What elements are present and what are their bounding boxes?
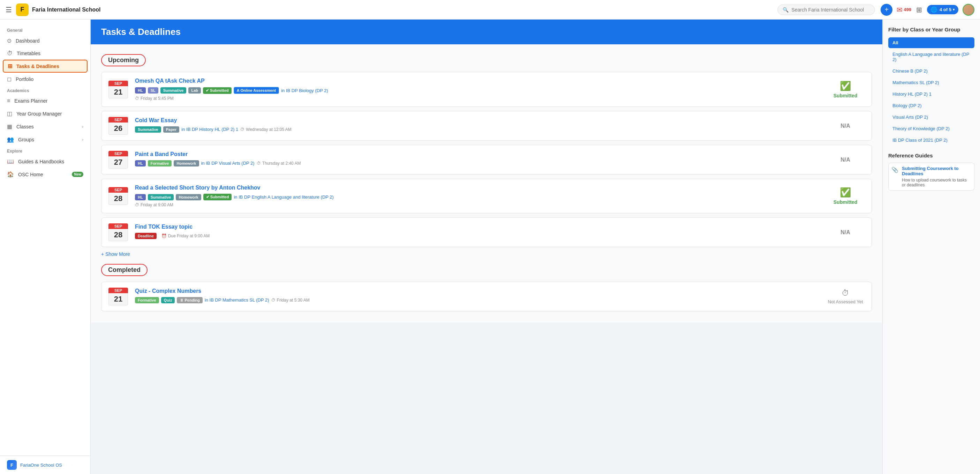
completed-label: Completed [101, 264, 148, 276]
tag-homework: Homework [174, 160, 199, 166]
clock-icon: ⏱ [257, 161, 261, 166]
ref-guide-link[interactable]: Submitting Coursework to Deadlines [902, 166, 971, 176]
tasks-icon: ⊞ [8, 63, 12, 69]
dashboard-icon: ⊙ [7, 37, 11, 44]
alarm-icon: ⏰ [161, 233, 167, 238]
task-title[interactable]: Paint a Band Poster [135, 151, 826, 157]
filter-item-biology[interactable]: Biology (DP 2) [888, 100, 974, 111]
sidebar-item-dashboard[interactable]: ⊙ Dashboard [0, 34, 90, 47]
guides-icon: 📖 [7, 158, 14, 165]
sidebar-item-osc[interactable]: 🏠 OSC Home New [0, 168, 90, 181]
sidebar-item-label: Groups [18, 137, 34, 142]
task-status: ✅ Submitted [826, 81, 865, 99]
tag-online: A Online Assessment [234, 87, 279, 94]
upcoming-label: Upcoming [101, 54, 146, 66]
clock-circle-icon: ⏱ [842, 289, 849, 298]
portfolio-icon: ◻ [7, 76, 11, 82]
sidebar-item-groups[interactable]: 👥 Groups › [0, 133, 90, 146]
task-info: Find TOK Essay topic Deadline ⏰ Due Frid… [135, 224, 826, 241]
timetables-icon: ⏱ [7, 50, 13, 57]
groups-icon: 👥 [7, 136, 14, 143]
task-title[interactable]: Find TOK Essay topic [135, 224, 826, 230]
filter-item-english[interactable]: English A Language and literature (DP 2) [888, 49, 974, 65]
status-submitted: ✅ Submitted [826, 81, 865, 99]
task-day: 27 [108, 156, 128, 169]
mail-count: 499 [904, 7, 911, 12]
task-card[interactable]: SEP 21 Quiz - Complex Numbers Formative … [101, 282, 872, 311]
task-title[interactable]: Quiz - Complex Numbers [135, 288, 826, 294]
topnav: ☰ F Faria International School 🔍 + ✉ 499… [0, 0, 980, 19]
add-button[interactable]: + [881, 4, 892, 16]
task-title[interactable]: Cold War Essay [135, 117, 826, 124]
filter-item-chinese[interactable]: Chinese B (DP 2) [888, 65, 974, 77]
task-class[interactable]: in IB DP Mathematics SL (DP 2) [205, 297, 269, 303]
sidebar-item-classes[interactable]: ▦ Classes › [0, 120, 90, 133]
task-card[interactable]: SEP 26 Cold War Essay Summative Paper in… [101, 111, 872, 140]
avatar[interactable] [963, 4, 974, 16]
task-status: ✅ Submitted [826, 187, 865, 205]
search-input[interactable] [791, 7, 870, 13]
filter-item-all[interactable]: All [888, 37, 974, 48]
grid-icon[interactable]: ⊞ [916, 6, 922, 14]
task-status: ⏱ Not Assessed Yet [826, 289, 865, 304]
task-date: SEP 26 [108, 117, 128, 135]
account-icon: 🌐 [931, 6, 937, 13]
sidebar-item-label: Exams Planner [14, 98, 48, 104]
task-card[interactable]: SEP 28 Find TOK Essay topic Deadline ⏰ D… [101, 217, 872, 247]
main-layout: General ⊙ Dashboard ⏱ Timetables ⊞ Tasks… [0, 19, 980, 322]
sidebar-item-portfolio[interactable]: ◻ Portfolio [0, 73, 90, 86]
task-class[interactable]: in IB DP Visual Arts (DP 2) [201, 161, 255, 166]
task-time: ⏱ Wednesday at 12:05 AM [240, 127, 291, 132]
tag-pending: ⏸ Pending [177, 297, 202, 303]
mail-button[interactable]: ✉ 499 [897, 6, 911, 14]
groups-chevron-icon: › [82, 137, 83, 142]
task-class[interactable]: in IB DP English A Language and literatu… [234, 195, 333, 199]
show-more-button[interactable]: + Show More [101, 251, 872, 257]
task-card[interactable]: SEP 27 Paint a Band Poster HL Formative … [101, 145, 872, 174]
filter-item-ibdp[interactable]: IB DP Class of 2021 (DP 2) [888, 135, 974, 145]
task-tags: HL Formative Homework in IB DP Visual Ar… [135, 160, 826, 166]
filter-item-maths[interactable]: Mathematics SL (DP 2) [888, 77, 974, 88]
task-class[interactable]: in IB DP Biology (DP 2) [281, 88, 328, 93]
ref-guide-content: Submitting Coursework to Deadlines How t… [902, 166, 971, 187]
sidebar-item-yeargroup[interactable]: ◫ Year Group Manager [0, 107, 90, 120]
task-tags: HL Summative Homework ✔ Submitted in IB … [135, 194, 826, 200]
task-day: 26 [108, 123, 128, 135]
sidebar-item-timetables[interactable]: ⏱ Timetables [0, 47, 90, 60]
tag-hl: HL [135, 160, 146, 166]
task-class[interactable]: in IB DP History HL (DP 2) 1 [181, 127, 238, 132]
hamburger-icon[interactable]: ☰ [6, 6, 12, 14]
tag-submitted: ✔ Submitted [203, 87, 232, 94]
status-na: N/A [840, 229, 850, 235]
status-na: N/A [840, 157, 850, 163]
tag-summative: Summative [161, 87, 186, 94]
task-card[interactable]: SEP 28 Read a Selected Short Story by An… [101, 179, 872, 213]
task-day: 28 [108, 229, 128, 241]
ref-guide-desc: How to upload coursework to tasks or dea… [902, 178, 971, 187]
general-section-label: General [0, 25, 90, 34]
filter-item-visual-arts[interactable]: Visual Arts (DP 2) [888, 112, 974, 123]
osc-icon: 🏠 [7, 171, 14, 178]
task-time: ⏱ Friday at 5:30 AM [271, 298, 310, 303]
sidebar-item-label: Tasks & Deadlines [16, 64, 59, 69]
account-switcher[interactable]: 🌐 4 of 5 ▾ [927, 5, 958, 14]
task-month: SEP [108, 151, 128, 156]
task-card[interactable]: SEP 21 Omesh QA tAsk Check AP HL SL Summ… [101, 72, 872, 107]
task-title[interactable]: Read a Selected Short Story by Anton Che… [135, 185, 826, 191]
filter-title: Filter by Class or Year Group [888, 27, 974, 32]
ref-guide-item: 📎 Submitting Coursework to Deadlines How… [888, 163, 974, 191]
school-name: Faria International School [32, 6, 777, 13]
app-logo: F [16, 3, 29, 16]
sidebar-item-tasks[interactable]: ⊞ Tasks & Deadlines [3, 60, 88, 73]
sidebar-item-exams[interactable]: ≡ Exams Planner [0, 94, 90, 107]
task-status: N/A [826, 123, 865, 129]
search-bar[interactable]: 🔍 [777, 5, 875, 15]
sidebar-item-label: Dashboard [16, 38, 40, 44]
check-circle-icon: ✅ [840, 81, 851, 91]
filter-item-history[interactable]: History HL (DP 2) 1 [888, 89, 974, 99]
filter-item-tok[interactable]: Theory of Knowledge (DP 2) [888, 123, 974, 134]
content-area: Tasks & Deadlines Upcoming SEP 21 Omesh … [91, 19, 980, 322]
yeargroup-icon: ◫ [7, 110, 12, 117]
sidebar-item-guides[interactable]: 📖 Guides & Handbooks [0, 155, 90, 168]
task-title[interactable]: Omesh QA tAsk Check AP [135, 78, 826, 84]
